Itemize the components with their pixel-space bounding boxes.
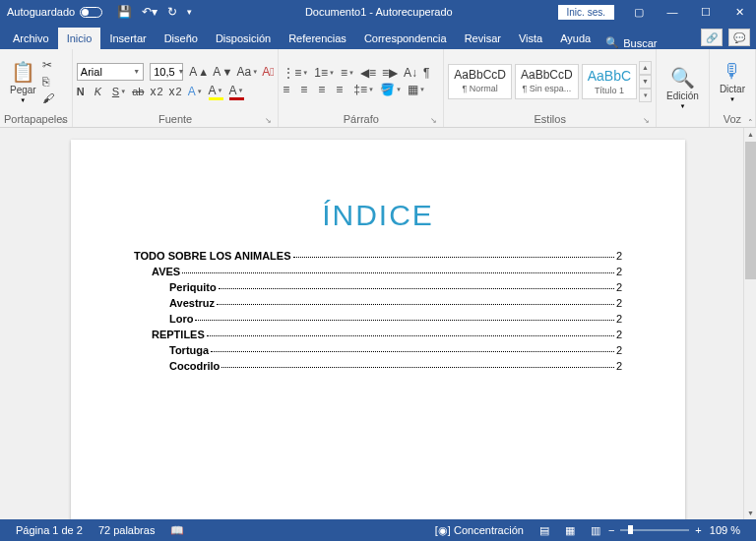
view-web-icon[interactable]: ▥	[583, 524, 608, 537]
justify-icon[interactable]: ≡	[336, 83, 347, 96]
highlight-icon[interactable]: A▼	[209, 84, 223, 100]
style-item[interactable]: AaBbCcD¶ Normal	[448, 64, 512, 99]
group-font: Arial▼ 10,5▼ A▲ A▼ Aa▼ A⃠ N K S▼ ab x2 x…	[73, 49, 280, 127]
group-editing: 🔍Edición▼	[657, 49, 710, 127]
text-effects-icon[interactable]: A▼	[188, 85, 203, 98]
scroll-up-icon[interactable]: ▲	[744, 128, 756, 141]
italic-icon[interactable]: K	[94, 86, 106, 97]
search-box[interactable]: 🔍Buscar	[599, 36, 662, 49]
font-color-icon[interactable]: A▼	[229, 84, 244, 100]
tab-diseno[interactable]: Diseño	[156, 28, 207, 49]
toc-entry: Avestruz2	[169, 297, 622, 309]
view-readmode-icon[interactable]: ▤	[532, 524, 557, 537]
editing-button[interactable]: 🔍Edición▼	[661, 64, 705, 111]
document-heading: ÍNDICE	[134, 199, 622, 232]
close-icon[interactable]: ✕	[723, 0, 756, 24]
zoom-out-icon[interactable]: −	[608, 524, 614, 536]
font-family-select[interactable]: Arial▼	[77, 63, 144, 81]
share-button[interactable]: 🔗	[701, 29, 723, 46]
tab-ayuda[interactable]: Ayuda	[551, 28, 599, 49]
numbering-icon[interactable]: 1≡▼	[314, 66, 335, 80]
window-buttons: Inic. ses. ▢ — ☐ ✕	[558, 0, 756, 24]
group-clipboard: 📋 Pegar▼ ✂ ⎘ 🖌 Portapapeles↘	[0, 49, 73, 127]
tab-insertar[interactable]: Insertar	[100, 28, 155, 49]
style-item[interactable]: AaBbCTítulo 1	[582, 64, 637, 99]
outdent-icon[interactable]: ◀≡	[360, 66, 376, 80]
title-bar: Autoguardado 💾 ↶▾ ↻ ▾ Documento1 - Autor…	[0, 0, 756, 24]
ribbon-tabs: Archivo Inicio Insertar Diseño Disposici…	[0, 24, 756, 49]
bullets-icon[interactable]: ⋮≡▼	[283, 66, 308, 80]
tab-archivo[interactable]: Archivo	[4, 28, 58, 49]
shading-icon[interactable]: 🪣▼	[380, 83, 402, 96]
minimize-icon[interactable]: —	[656, 0, 689, 24]
sign-in-button[interactable]: Inic. ses.	[558, 5, 614, 20]
borders-icon[interactable]: ▦▼	[408, 83, 425, 96]
scrollbar-thumb[interactable]	[745, 142, 756, 279]
dictate-button[interactable]: 🎙Dictar▼	[714, 58, 751, 104]
align-center-icon[interactable]: ≡	[300, 83, 312, 96]
redo-icon[interactable]: ↻	[167, 5, 177, 19]
bold-icon[interactable]: N	[77, 86, 89, 97]
clipboard-launcher[interactable]: ↘	[59, 116, 66, 125]
styles-launcher[interactable]: ↘	[643, 116, 650, 125]
vertical-scrollbar[interactable]: ▲ ▼	[743, 128, 756, 519]
scroll-down-icon[interactable]: ▼	[744, 507, 756, 519]
tab-correspondencia[interactable]: Correspondencia	[355, 28, 456, 49]
para-launcher[interactable]: ↘	[430, 116, 437, 125]
change-case-icon[interactable]: Aa▼	[237, 65, 257, 79]
ribbon-options-icon[interactable]: ▢	[622, 0, 656, 24]
spellcheck-icon[interactable]: 📖	[162, 524, 192, 537]
format-painter-icon[interactable]: 🖌	[42, 91, 54, 105]
shrink-font-icon[interactable]: A▼	[213, 65, 230, 79]
line-spacing-icon[interactable]: ‡≡▼	[353, 83, 374, 96]
font-size-select[interactable]: 10,5▼	[150, 63, 183, 81]
show-marks-icon[interactable]: ¶	[423, 66, 435, 80]
ribbon: 📋 Pegar▼ ✂ ⎘ 🖌 Portapapeles↘ Arial▼ 10,5…	[0, 49, 756, 128]
paste-icon: 📋	[11, 60, 35, 84]
word-count[interactable]: 72 palabras	[91, 524, 163, 536]
document-title: Documento1 - Autorecuperado	[200, 6, 557, 18]
tab-disposicion[interactable]: Disposición	[207, 28, 280, 49]
view-print-icon[interactable]: ▦	[557, 524, 583, 537]
toc-entry: Tortuga2	[169, 344, 622, 356]
sort-icon[interactable]: A↓	[404, 66, 417, 80]
focus-mode[interactable]: [◉] Concentración	[427, 524, 532, 537]
tab-vista[interactable]: Vista	[510, 28, 551, 49]
tab-inicio[interactable]: Inicio	[58, 28, 101, 49]
grow-font-icon[interactable]: A▲	[189, 65, 207, 79]
page: ÍNDICE TODO SOBRE LOS ANIMALES2AVES2Peri…	[71, 140, 685, 519]
comments-button[interactable]: 💬	[728, 29, 750, 46]
toc-entry: TODO SOBRE LOS ANIMALES2	[134, 250, 622, 262]
document-area[interactable]: ÍNDICE TODO SOBRE LOS ANIMALES2AVES2Peri…	[0, 128, 756, 519]
clear-format-icon[interactable]: A⃠	[262, 65, 274, 79]
toc-entry: Periquito2	[169, 281, 622, 293]
subscript-icon[interactable]: x2	[150, 85, 162, 98]
undo-icon[interactable]: ↶▾	[142, 5, 158, 19]
zoom-slider[interactable]	[620, 529, 689, 531]
save-icon[interactable]: 💾	[117, 5, 132, 19]
style-item[interactable]: AaBbCcD¶ Sin espa...	[515, 64, 579, 99]
multilevel-icon[interactable]: ≡▼	[341, 66, 354, 80]
paste-button[interactable]: 📋 Pegar▼	[4, 58, 42, 105]
status-bar: Página 1 de 2 72 palabras 📖 [◉] Concentr…	[0, 519, 756, 541]
autosave-toggle[interactable]: Autoguardado	[0, 6, 109, 18]
strike-icon[interactable]: ab	[132, 86, 144, 97]
toc-entry: REPTILES2	[152, 329, 622, 340]
zoom-level[interactable]: 109 %	[702, 524, 748, 536]
tab-referencias[interactable]: Referencias	[280, 28, 355, 49]
font-launcher[interactable]: ↘	[265, 116, 272, 125]
align-left-icon[interactable]: ≡	[283, 83, 294, 96]
align-right-icon[interactable]: ≡	[318, 83, 330, 96]
styles-nav[interactable]: ▲▼▾	[639, 61, 652, 102]
underline-icon[interactable]: S▼	[112, 86, 126, 97]
cut-icon[interactable]: ✂	[42, 58, 54, 72]
page-count[interactable]: Página 1 de 2	[8, 524, 91, 536]
quick-access-toolbar: 💾 ↶▾ ↻ ▾	[109, 5, 200, 19]
maximize-icon[interactable]: ☐	[689, 0, 723, 24]
collapse-ribbon-icon[interactable]: ˄	[748, 118, 753, 128]
qat-more-icon[interactable]: ▾	[187, 7, 192, 17]
indent-icon[interactable]: ≡▶	[382, 66, 398, 80]
tab-revisar[interactable]: Revisar	[456, 28, 510, 49]
superscript-icon[interactable]: x2	[169, 85, 182, 98]
copy-icon[interactable]: ⎘	[42, 75, 54, 89]
